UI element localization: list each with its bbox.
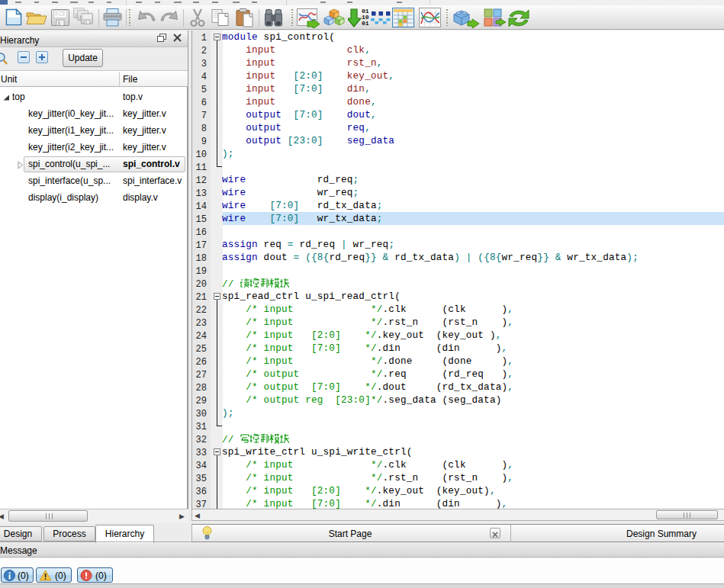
svg-text:01: 01 — [362, 20, 369, 27]
